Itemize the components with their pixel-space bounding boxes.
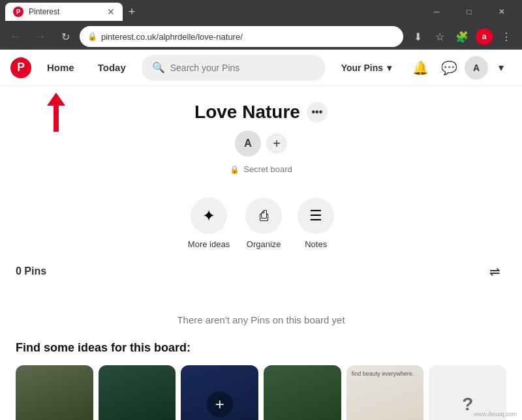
address-text: pinterest.co.uk/alphrdelle/love-nature/ — [101, 32, 395, 42]
maximize-button[interactable]: □ — [454, 0, 484, 23]
ideas-grid: SIMPLE PLEASURES + if you nature will fi… — [16, 365, 506, 420]
nav-icons: 🔔 💬 A ▾ — [407, 55, 512, 81]
home-nav-link[interactable]: Home — [39, 58, 82, 77]
profile-avatar-browser: a — [476, 28, 493, 45]
board-header: Love Nature ••• A + 🔒 Secret board — [0, 86, 522, 187]
download-icon[interactable]: ⬇ — [407, 26, 428, 47]
arrow-up-icon — [47, 93, 65, 106]
browser-chrome: Pinterest ✕ + ─ □ ✕ ← → ↻ 🔒 pinterest.co… — [0, 0, 522, 50]
sparkle-icon: ✦ — [202, 207, 215, 225]
pins-header: 0 Pins ⇌ — [16, 260, 506, 283]
pins-section: 0 Pins ⇌ There aren't any Pins on this b… — [0, 260, 522, 341]
lock-icon: 🔒 — [87, 32, 97, 41]
more-ideas-label: More ideas — [188, 239, 230, 249]
organize-icon-circle: ⎙ — [245, 198, 282, 234]
idea-card-4[interactable] — [264, 365, 341, 420]
back-button[interactable]: ← — [5, 26, 26, 47]
browser-titlebar: Pinterest ✕ + ─ □ ✕ — [0, 0, 522, 23]
search-bar[interactable]: 🔍 — [142, 55, 326, 81]
lock-icon: 🔒 — [230, 165, 239, 174]
address-bar[interactable]: 🔒 pinterest.co.uk/alphrdelle/love-nature… — [80, 26, 403, 47]
idea-card-5[interactable]: find beauty everywhere. — [346, 365, 424, 420]
filter-button[interactable]: ⇌ — [483, 260, 506, 283]
board-title-row: Love Nature ••• — [0, 102, 522, 123]
notes-icon: ☰ — [309, 207, 322, 224]
pinterest-logo[interactable]: P — [10, 57, 31, 78]
window-controls: ─ □ ✕ — [422, 0, 517, 23]
find-ideas-title: Find some ideas for this board: — [16, 341, 506, 355]
new-tab-button[interactable]: + — [123, 3, 141, 21]
refresh-button[interactable]: ↻ — [55, 26, 76, 47]
active-tab[interactable]: Pinterest ✕ — [5, 3, 123, 21]
more-ideas-button[interactable]: ✦ More ideas — [188, 198, 230, 249]
board-title-text: Love Nature — [194, 102, 300, 123]
secret-badge: 🔒 Secret board — [0, 164, 522, 174]
organize-icon: ⎙ — [260, 207, 268, 224]
organize-label: Organize — [247, 239, 281, 249]
tab-area: Pinterest ✕ + — [5, 3, 422, 21]
more-ideas-icon-circle: ✦ — [191, 198, 227, 234]
bookmark-icon[interactable]: ☆ — [429, 26, 450, 47]
toolbar-actions: ⬇ ☆ 🧩 a ⋮ — [407, 26, 517, 47]
pinterest-nav: P Home Today 🔍 Your Pins ▾ 🔔 💬 A ▾ — [0, 50, 522, 86]
arrow-stem — [54, 106, 59, 132]
extensions-icon[interactable]: 🧩 — [452, 26, 472, 47]
empty-pins-message: There aren't any Pins on this board yet — [16, 293, 506, 341]
board-buttons: ✦ More ideas ⎙ Organize ☰ Notes — [0, 198, 522, 249]
tab-title: Pinterest — [29, 7, 102, 16]
find-ideas-section: Find some ideas for this board: SIMPLE P… — [0, 341, 522, 420]
main-content: Love Nature ••• A + 🔒 Secret board ✦ Mor… — [0, 86, 522, 420]
arrow-indicator — [47, 93, 65, 132]
browser-toolbar: ← → ↻ 🔒 pinterest.co.uk/alphrdelle/love-… — [0, 23, 522, 50]
tab-favicon — [13, 7, 23, 17]
board-avatar: A — [235, 130, 261, 157]
question-mark-icon: ? — [462, 394, 473, 415]
watermark: www.deuaq.com — [474, 411, 517, 417]
add-collaborator-button[interactable]: + — [266, 133, 287, 154]
notifications-icon[interactable]: 🔔 — [407, 55, 433, 81]
notes-icon-circle: ☰ — [298, 198, 334, 234]
secret-label: Secret board — [243, 164, 292, 174]
messages-icon[interactable]: 💬 — [436, 55, 462, 81]
profile-circle[interactable]: A — [465, 56, 488, 80]
menu-icon[interactable]: ⋮ — [496, 26, 517, 47]
tab-close-button[interactable]: ✕ — [107, 7, 115, 17]
idea-card-2[interactable] — [99, 365, 176, 420]
your-pins-button[interactable]: Your Pins ▾ — [333, 57, 399, 78]
add-circle-icon[interactable]: + — [207, 391, 233, 417]
forward-button[interactable]: → — [30, 26, 51, 47]
pinterest-app: P Home Today 🔍 Your Pins ▾ 🔔 💬 A ▾ Love … — [0, 50, 522, 420]
your-pins-label: Your Pins — [341, 63, 383, 73]
notes-button[interactable]: ☰ Notes — [298, 198, 334, 249]
organize-button[interactable]: ⎙ Organize — [245, 198, 282, 249]
chevron-down-icon: ▾ — [387, 63, 392, 73]
more-options-button[interactable]: ••• — [307, 102, 328, 123]
idea-card-3[interactable]: + if you nature will find beauty — [181, 365, 258, 420]
board-actions: A + — [0, 130, 522, 157]
profile-icon-browser[interactable]: a — [474, 26, 495, 47]
profile-chevron-icon[interactable]: ▾ — [491, 57, 512, 78]
today-nav-link[interactable]: Today — [90, 58, 134, 77]
search-input[interactable] — [170, 63, 315, 73]
minimize-button[interactable]: ─ — [422, 0, 452, 23]
search-icon: 🔍 — [152, 61, 165, 74]
close-button[interactable]: ✕ — [487, 0, 517, 23]
idea-card-1[interactable]: SIMPLE PLEASURES — [16, 365, 93, 420]
notes-label: Notes — [305, 239, 327, 249]
pins-count: 0 Pins — [16, 265, 46, 277]
